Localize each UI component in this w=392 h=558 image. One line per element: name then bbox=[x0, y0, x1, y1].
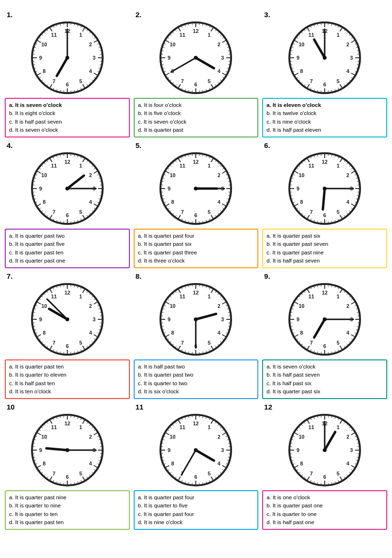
svg-text:7: 7 bbox=[310, 340, 313, 346]
answer-9-d: d. It is quarter past six bbox=[266, 388, 383, 396]
svg-text:4: 4 bbox=[347, 330, 350, 336]
svg-text:8: 8 bbox=[42, 461, 45, 466]
svg-text:9: 9 bbox=[39, 186, 42, 191]
svg-text:8: 8 bbox=[171, 330, 174, 336]
svg-point-379 bbox=[194, 187, 198, 190]
svg-text:5: 5 bbox=[337, 209, 339, 215]
svg-text:2: 2 bbox=[89, 42, 92, 47]
svg-point-607 bbox=[194, 317, 198, 321]
clock-face-11: 121234567891011 bbox=[158, 412, 234, 488]
svg-text:6: 6 bbox=[194, 474, 197, 480]
clock-cell-2: 2. 121234567891011 a. It is four o'clock… bbox=[134, 11, 259, 137]
svg-text:11: 11 bbox=[308, 294, 314, 299]
svg-line-838 bbox=[328, 415, 328, 417]
svg-line-731 bbox=[32, 446, 34, 447]
svg-text:1: 1 bbox=[79, 32, 82, 38]
svg-text:7: 7 bbox=[310, 78, 313, 84]
svg-text:12: 12 bbox=[322, 159, 328, 165]
svg-text:8: 8 bbox=[42, 199, 45, 205]
svg-line-427 bbox=[290, 185, 292, 185]
answer-2-a: a. It is four o'clock bbox=[138, 101, 254, 109]
clock-cell-11: 11 121234567891011 a. It is quarter past… bbox=[134, 403, 259, 530]
svg-text:2: 2 bbox=[347, 172, 350, 178]
answer-12-a: a. It is one o'clock bbox=[266, 494, 383, 502]
svg-text:5: 5 bbox=[337, 78, 339, 84]
svg-point-683 bbox=[323, 317, 327, 321]
svg-text:11: 11 bbox=[51, 32, 57, 38]
svg-text:1: 1 bbox=[208, 294, 211, 299]
svg-line-15 bbox=[100, 54, 102, 54]
svg-text:1: 1 bbox=[337, 163, 339, 168]
svg-text:1: 1 bbox=[208, 424, 211, 430]
svg-line-729 bbox=[32, 453, 34, 454]
svg-point-75 bbox=[65, 56, 69, 60]
svg-text:1: 1 bbox=[337, 424, 339, 430]
svg-line-701 bbox=[100, 453, 102, 454]
svg-text:5: 5 bbox=[208, 209, 211, 215]
clock-cell-8: 8. 121234567891011 a. It is half past tw… bbox=[134, 272, 259, 399]
svg-text:3: 3 bbox=[350, 447, 353, 453]
svg-line-273 bbox=[32, 192, 34, 192]
answer-6-c: c. It is quarter past nine bbox=[266, 249, 383, 257]
svg-text:1: 1 bbox=[337, 294, 339, 299]
svg-line-243 bbox=[100, 185, 102, 185]
clock-face-8: 121234567891011 bbox=[158, 281, 234, 358]
svg-point-531 bbox=[65, 317, 69, 321]
answer-8-b: b. It is quarter past two bbox=[138, 371, 254, 379]
svg-text:6: 6 bbox=[194, 212, 197, 218]
svg-text:11: 11 bbox=[308, 163, 314, 168]
answer-4-d: d. It is quarter past one bbox=[9, 257, 126, 265]
svg-text:10: 10 bbox=[41, 303, 47, 309]
svg-line-655 bbox=[290, 316, 292, 316]
svg-line-260 bbox=[64, 221, 64, 224]
answer-box-8: a. It is half past twob. It is quarter p… bbox=[134, 359, 259, 399]
answer-4-a: a. It is quarter past two bbox=[9, 232, 126, 240]
svg-text:11: 11 bbox=[180, 32, 185, 38]
svg-text:3: 3 bbox=[93, 316, 95, 322]
clock-cell-6: 6. 121234567891011 a. It is quarter past… bbox=[262, 141, 387, 268]
svg-line-610 bbox=[328, 284, 328, 286]
answer-8-c: c. It is quarter to two bbox=[138, 379, 254, 388]
answer-9-a: a. It is seven o'clock bbox=[266, 363, 383, 371]
svg-line-306 bbox=[200, 153, 200, 156]
svg-text:5: 5 bbox=[79, 340, 82, 346]
svg-point-303 bbox=[65, 187, 69, 190]
svg-text:10: 10 bbox=[170, 42, 176, 47]
svg-text:12: 12 bbox=[193, 290, 199, 295]
svg-text:10: 10 bbox=[170, 303, 176, 309]
svg-line-258 bbox=[71, 221, 71, 224]
svg-text:2: 2 bbox=[218, 42, 221, 47]
answer-4-c: c. It is quarter past ten bbox=[9, 249, 126, 257]
svg-line-790 bbox=[200, 483, 200, 485]
svg-text:8: 8 bbox=[300, 199, 303, 205]
svg-text:7: 7 bbox=[181, 340, 184, 346]
svg-text:7: 7 bbox=[53, 471, 55, 476]
clock-face-6: 121234567891011 bbox=[286, 150, 363, 227]
svg-text:10: 10 bbox=[170, 434, 176, 440]
answer-3-a: a. It is eleven o'clock bbox=[266, 101, 383, 109]
svg-text:3: 3 bbox=[221, 447, 224, 453]
svg-line-534 bbox=[200, 284, 200, 286]
svg-text:5: 5 bbox=[337, 340, 339, 346]
svg-line-47 bbox=[32, 54, 34, 54]
answer-11-b: b. It is quarter to five bbox=[138, 502, 254, 510]
svg-point-835 bbox=[194, 448, 198, 452]
svg-text:2: 2 bbox=[218, 303, 221, 309]
svg-text:6: 6 bbox=[66, 343, 69, 349]
answer-9-c: c. It is half past six bbox=[266, 379, 383, 388]
clock-label-2: 2. bbox=[134, 11, 142, 19]
svg-text:5: 5 bbox=[79, 78, 82, 84]
clock-face-12: 121234567891011 bbox=[286, 412, 363, 488]
svg-text:8: 8 bbox=[171, 199, 174, 205]
svg-text:4: 4 bbox=[347, 199, 350, 205]
svg-line-471 bbox=[100, 316, 102, 316]
svg-text:3: 3 bbox=[221, 316, 224, 322]
answer-11-a: a. It is quarter past four bbox=[138, 494, 254, 502]
svg-line-334 bbox=[200, 221, 200, 224]
answer-box-12: a. It is one o'clockb. It is quarter pas… bbox=[262, 490, 387, 530]
answer-box-9: a. It is seven o'clockb. It is half past… bbox=[262, 359, 387, 399]
svg-line-169 bbox=[358, 61, 360, 62]
svg-line-820 bbox=[192, 415, 193, 417]
svg-line-136 bbox=[192, 22, 193, 25]
svg-text:2: 2 bbox=[89, 303, 92, 309]
